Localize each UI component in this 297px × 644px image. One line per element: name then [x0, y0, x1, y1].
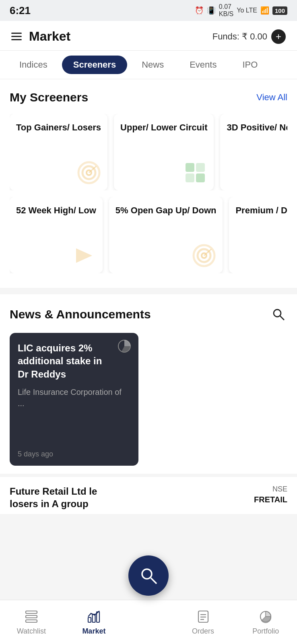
screener-card-title: 52 Week High/ Low — [16, 205, 96, 217]
screeners-row-1: Top Gainers/ Losers Upper/ Lower Circuit — [10, 114, 287, 190]
radar-orange-icon — [77, 161, 101, 185]
news-card-body: Life Insurance Corporation of ... — [18, 386, 130, 409]
bottom-news-title: Future Retail Ltd lelosers in A group — [10, 485, 254, 510]
screener-card-title: Upper/ Lower Circuit — [120, 122, 207, 134]
tab-indices[interactable]: Indices — [8, 56, 59, 74]
nav-market[interactable]: Market — [66, 609, 122, 636]
svg-rect-22 — [26, 620, 37, 622]
screeners-section: My Screeners View All Top Gainers/ Loser… — [0, 79, 297, 288]
screener-card-premium-discount[interactable]: Premium / Discount — [229, 197, 287, 273]
arrow-right-orange-icon-2 — [72, 244, 96, 268]
page-title: Market — [29, 29, 70, 44]
svg-rect-20 — [26, 611, 37, 613]
radar-orange-icon-2 — [192, 244, 216, 268]
svg-rect-7 — [196, 173, 205, 182]
nav-portfolio[interactable]: Portfolio — [237, 609, 294, 636]
news-search-button[interactable] — [270, 305, 287, 323]
main-content: My Screeners View All Top Gainers/ Loser… — [0, 79, 297, 562]
screener-card-title: 3D Positive/ Negative Runners — [227, 122, 287, 134]
bottom-news-row: Future Retail Ltd lelosers in A group NS… — [10, 485, 287, 510]
status-bar: 6:21 ⏰ 📳 0.07KB/S Yo LTE 📶 100 — [0, 0, 297, 21]
nav-orders-label: Orders — [192, 627, 214, 636]
svg-rect-21 — [26, 615, 37, 618]
nav-watchlist[interactable]: Watchlist — [3, 609, 60, 636]
signal-icon: 📶 — [260, 6, 269, 15]
nav-portfolio-label: Portfolio — [252, 627, 279, 636]
nav-watchlist-label: Watchlist — [17, 627, 46, 636]
tab-events[interactable]: Events — [178, 56, 228, 74]
tab-ipo[interactable]: IPO — [231, 56, 269, 74]
menu-button[interactable] — [11, 33, 22, 40]
svg-rect-5 — [196, 163, 205, 172]
screener-card-5pct-open-gap[interactable]: 5% Open Gap Up/ Down — [109, 197, 223, 273]
svg-line-16 — [280, 316, 284, 320]
tab-news[interactable]: News — [130, 56, 175, 74]
orders-icon — [195, 609, 211, 625]
screeners-header: My Screeners View All — [10, 91, 287, 104]
svg-marker-9 — [76, 248, 92, 263]
header-left: Market — [11, 29, 70, 44]
data-speed: 0.07KB/S — [219, 3, 233, 18]
portfolio-icon — [258, 609, 274, 625]
screener-card-52-week[interactable]: 52 Week High/ Low — [10, 197, 103, 273]
news-card-content: LIC acquires 2% additional stake in Dr R… — [18, 342, 130, 409]
bottom-nav: Watchlist Market Orders — [0, 600, 297, 644]
screener-card-upper-lower[interactable]: Upper/ Lower Circuit — [114, 114, 214, 190]
svg-line-19 — [151, 578, 157, 584]
add-funds-button[interactable]: + — [271, 29, 286, 44]
screener-card-top-gainers[interactable]: Top Gainers/ Losers — [10, 114, 107, 190]
screeners-row-2: 52 Week High/ Low 5% Open Gap Up/ Down — [10, 197, 287, 273]
news-card-lic[interactable]: LIC acquires 2% additional stake in Dr R… — [10, 333, 138, 466]
status-time: 6:21 — [10, 4, 31, 17]
svg-point-15 — [274, 310, 281, 317]
svg-point-18 — [142, 569, 152, 579]
tab-screeners[interactable]: Screeners — [62, 56, 127, 74]
status-icons: ⏰ 📳 0.07KB/S Yo LTE 📶 100 — [195, 3, 287, 18]
screener-card-3d-positive[interactable]: 3D Positive/ Negative Runners — [220, 114, 287, 190]
market-icon — [86, 609, 102, 625]
grid-green-icon — [183, 161, 207, 185]
bottom-news-section: Future Retail Ltd lelosers in A group NS… — [0, 477, 297, 514]
svg-rect-23 — [88, 617, 91, 622]
news-section-header: News & Announcements — [10, 305, 287, 323]
news-card-title: LIC acquires 2% additional stake in Dr R… — [18, 342, 130, 381]
floating-search-button[interactable] — [128, 555, 169, 596]
nav-orders[interactable]: Orders — [175, 609, 231, 636]
exchange-label: NSE — [272, 485, 287, 493]
battery-indicator: 100 — [272, 6, 287, 15]
alarm-icon: ⏰ — [195, 6, 204, 15]
svg-rect-4 — [186, 163, 194, 172]
screener-card-title: 5% Open Gap Up/ Down — [116, 205, 217, 217]
funds-label: Funds: ₹ 0.00 — [212, 31, 267, 42]
news-card-time: 5 days ago — [18, 450, 130, 458]
header: Market Funds: ₹ 0.00 + — [0, 21, 297, 51]
screener-card-title: Premium / Discount — [235, 205, 287, 217]
tab-bar: Indices Screeners News Events IPO — [0, 51, 297, 79]
watchlist-icon — [23, 609, 39, 625]
news-section: News & Announcements LIC acquires 2% add… — [0, 294, 297, 474]
network-icon: Yo LTE — [237, 7, 257, 14]
nav-market-label: Market — [82, 627, 105, 636]
view-all-button[interactable]: View All — [256, 92, 287, 103]
ticker-label: FRETAIL — [254, 495, 287, 504]
header-right: Funds: ₹ 0.00 + — [212, 29, 286, 44]
vibrate-icon: 📳 — [207, 6, 216, 15]
svg-rect-6 — [186, 173, 194, 182]
nse-badge-col: NSE FRETAIL — [254, 485, 287, 504]
screener-card-title: Top Gainers/ Losers — [16, 122, 101, 134]
news-section-title: News & Announcements — [10, 308, 151, 321]
screeners-title: My Screeners — [10, 91, 88, 104]
news-source-icon — [118, 339, 131, 355]
